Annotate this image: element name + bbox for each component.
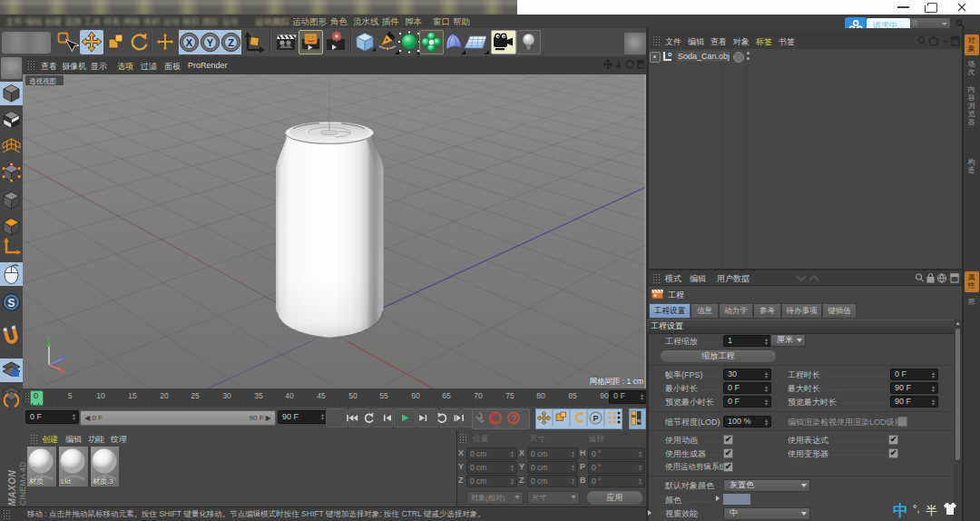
svg-text:?: ? xyxy=(511,414,516,424)
svg-text:透视视图: 透视视图 xyxy=(29,77,56,85)
svg-text:Y: Y xyxy=(207,37,214,48)
svg-text:X: X xyxy=(186,37,193,48)
svg-text:o: o xyxy=(668,51,671,57)
svg-text:P: P xyxy=(593,414,598,423)
svg-text:Y: Y xyxy=(46,336,51,342)
svg-text:Lid: Lid xyxy=(61,477,71,486)
svg-text:S: S xyxy=(7,297,15,310)
svg-text:Z: Z xyxy=(228,37,234,48)
svg-text:材质.3: 材质.3 xyxy=(92,477,113,486)
svg-text:网格间距 : 1 cm: 网格间距 : 1 cm xyxy=(589,377,643,386)
svg-text:材质: 材质 xyxy=(28,477,44,486)
